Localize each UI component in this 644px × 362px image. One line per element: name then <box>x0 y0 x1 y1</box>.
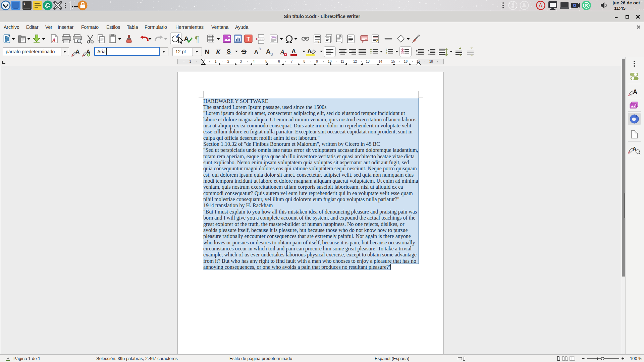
svg-text:A: A <box>254 49 259 56</box>
svg-text:3: 3 <box>386 52 387 54</box>
svg-text:A: A <box>539 3 542 8</box>
svg-text:A: A <box>291 48 296 55</box>
svg-text:S: S <box>227 48 231 55</box>
svg-text:T: T <box>247 36 250 42</box>
svg-text:S: S <box>585 3 588 8</box>
svg-text:A: A <box>633 88 637 95</box>
svg-text:A: A <box>307 48 312 55</box>
svg-text:K: K <box>215 48 221 56</box>
svg-text:B: B <box>271 53 273 56</box>
svg-text:A: A <box>75 49 79 55</box>
svg-text:¶: ¶ <box>195 34 199 44</box>
svg-text:1: 1 <box>318 41 319 43</box>
svg-text:B: B <box>259 47 261 51</box>
svg-text:A: A <box>52 38 55 43</box>
svg-text:A: A <box>266 48 271 55</box>
svg-text:N: N <box>205 48 210 56</box>
svg-text:$_: $_ <box>23 2 27 6</box>
svg-text:S: S <box>242 48 246 55</box>
